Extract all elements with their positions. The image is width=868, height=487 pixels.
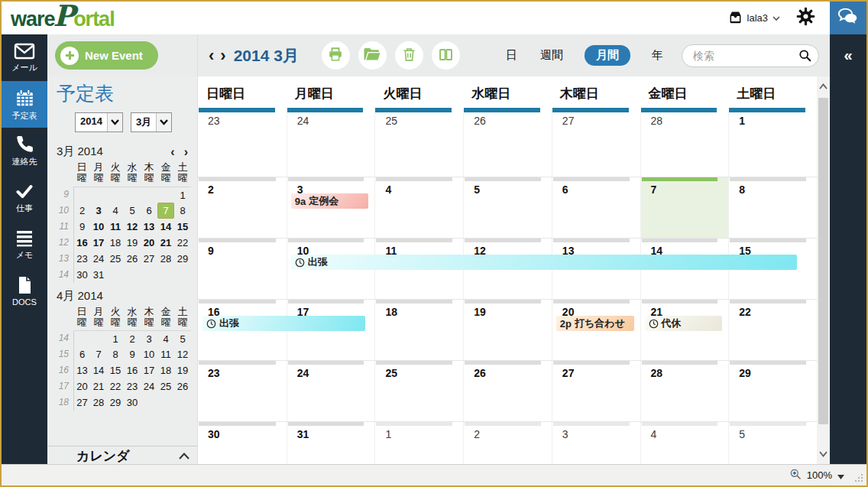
- mini-date[interactable]: 5: [174, 330, 191, 346]
- mini-date[interactable]: 1: [174, 187, 191, 203]
- day-cell[interactable]: 5: [463, 177, 552, 238]
- mini-date[interactable]: 27: [141, 251, 157, 267]
- day-cell[interactable]: 26: [463, 112, 552, 177]
- day-cell[interactable]: 23: [198, 112, 287, 177]
- mini-date[interactable]: 1: [107, 330, 124, 346]
- mini-date[interactable]: 28: [90, 394, 107, 411]
- calendar-event[interactable]: 2p打ち合わせ: [556, 316, 634, 331]
- mini-next-button[interactable]: ›: [184, 146, 188, 158]
- mini-date[interactable]: 23: [73, 251, 90, 267]
- mini-date[interactable]: 19: [124, 235, 141, 251]
- mini-date[interactable]: 15: [174, 219, 191, 235]
- mini-date[interactable]: 13: [73, 362, 90, 378]
- chat-button[interactable]: [830, 2, 866, 34]
- mini-date[interactable]: 3: [90, 203, 107, 219]
- mini-date[interactable]: 14: [90, 362, 107, 378]
- day-cell[interactable]: 1: [728, 112, 817, 177]
- sidebar-item-mail[interactable]: メール: [2, 34, 47, 81]
- resize-grip[interactable]: [854, 472, 863, 485]
- sidebar-item-docs[interactable]: DOCS: [2, 268, 47, 314]
- day-cell[interactable]: 4: [374, 177, 463, 238]
- mini-date[interactable]: 30: [124, 394, 141, 411]
- mini-date[interactable]: 2: [73, 203, 90, 219]
- mini-date[interactable]: 24: [141, 378, 157, 394]
- view-tab-year[interactable]: 年: [650, 45, 665, 66]
- mini-date[interactable]: 17: [90, 235, 107, 251]
- scroll-up-button[interactable]: [179, 449, 189, 463]
- mini-date[interactable]: 17: [141, 362, 157, 378]
- mini-date[interactable]: 21: [157, 235, 174, 251]
- mini-date[interactable]: 3: [141, 330, 157, 346]
- sidebar-item-tasks[interactable]: 仕事: [2, 174, 47, 221]
- mini-date[interactable]: 12: [174, 346, 191, 362]
- view-tab-day[interactable]: 日: [504, 45, 519, 66]
- mini-date[interactable]: 8: [174, 203, 191, 219]
- mini-date[interactable]: 30: [73, 267, 90, 283]
- mini-date[interactable]: 8: [107, 346, 124, 362]
- mini-prev-button[interactable]: ‹: [170, 146, 174, 158]
- day-cell[interactable]: 22: [728, 300, 817, 360]
- day-cell[interactable]: 1: [374, 422, 463, 464]
- prev-month-button[interactable]: ‹: [209, 47, 214, 64]
- mini-date[interactable]: 27: [73, 394, 90, 411]
- mini-date[interactable]: 18: [107, 235, 124, 251]
- mini-date[interactable]: 12: [124, 219, 141, 235]
- mini-date[interactable]: 6: [141, 203, 157, 219]
- mini-date[interactable]: 22: [174, 235, 191, 251]
- vertical-scrollbar[interactable]: [817, 76, 830, 464]
- day-cell[interactable]: 29: [728, 361, 817, 421]
- mini-date[interactable]: 19: [174, 362, 191, 378]
- sidebar-item-memo[interactable]: メモ: [2, 221, 47, 268]
- mini-date[interactable]: 31: [90, 267, 107, 283]
- day-cell[interactable]: 27: [552, 361, 640, 421]
- calendar-event[interactable]: 代休: [645, 316, 723, 331]
- day-cell[interactable]: 18: [374, 300, 463, 360]
- mini-date[interactable]: 20: [141, 235, 157, 251]
- mini-date[interactable]: 4: [157, 330, 174, 346]
- calendar-event[interactable]: 出張: [202, 316, 365, 331]
- day-cell[interactable]: 30: [198, 422, 287, 464]
- calendar-event[interactable]: 出張: [291, 255, 797, 270]
- scrollbar-down-arrow[interactable]: [819, 447, 828, 461]
- day-cell[interactable]: 24: [287, 112, 375, 177]
- mini-date[interactable]: 29: [107, 394, 124, 411]
- mini-date[interactable]: 9: [73, 219, 90, 235]
- mini-date[interactable]: 28: [157, 251, 174, 267]
- day-cell[interactable]: 27: [552, 112, 640, 177]
- mini-date[interactable]: 7: [157, 203, 174, 219]
- mini-date[interactable]: 22: [107, 378, 124, 394]
- next-month-button[interactable]: ›: [220, 47, 225, 64]
- day-cell[interactable]: 25: [374, 361, 463, 421]
- mini-date[interactable]: 11: [107, 219, 124, 235]
- mini-date[interactable]: 25: [157, 378, 174, 394]
- sidebar-item-contacts[interactable]: 連絡先: [2, 128, 47, 174]
- day-cell[interactable]: 23: [198, 361, 287, 421]
- mini-date[interactable]: 23: [124, 378, 141, 394]
- day-cell[interactable]: 8: [728, 177, 817, 238]
- mini-date[interactable]: 16: [73, 235, 90, 251]
- day-cell[interactable]: 26: [463, 361, 552, 421]
- open-folder-button[interactable]: [358, 41, 387, 70]
- view-tab-week[interactable]: 週間: [539, 45, 565, 66]
- zoom-magnifier-icon[interactable]: [789, 468, 802, 483]
- calendar-event[interactable]: 9a定例会: [291, 193, 369, 209]
- mini-date[interactable]: 21: [90, 378, 107, 394]
- print-button[interactable]: [322, 41, 350, 70]
- sidebar-item-calendar[interactable]: 予定表: [2, 81, 47, 128]
- mini-date[interactable]: 11: [157, 346, 174, 362]
- mini-date[interactable]: 10: [141, 346, 157, 362]
- day-cell[interactable]: 6: [552, 177, 640, 238]
- day-cell[interactable]: 5: [728, 422, 817, 464]
- settings-button[interactable]: [795, 6, 816, 30]
- day-cell[interactable]: 25: [374, 112, 463, 177]
- day-cell[interactable]: 31: [287, 422, 375, 464]
- mini-date[interactable]: 16: [124, 362, 141, 378]
- delete-button[interactable]: [395, 41, 423, 70]
- day-cell[interactable]: 28: [640, 361, 729, 421]
- mini-date[interactable]: 5: [124, 203, 141, 219]
- mini-date[interactable]: 14: [157, 219, 174, 235]
- day-cell[interactable]: 2: [198, 177, 287, 238]
- year-select[interactable]: 2014: [75, 112, 123, 132]
- split-view-button[interactable]: [432, 41, 460, 70]
- day-cell[interactable]: 24: [287, 361, 375, 421]
